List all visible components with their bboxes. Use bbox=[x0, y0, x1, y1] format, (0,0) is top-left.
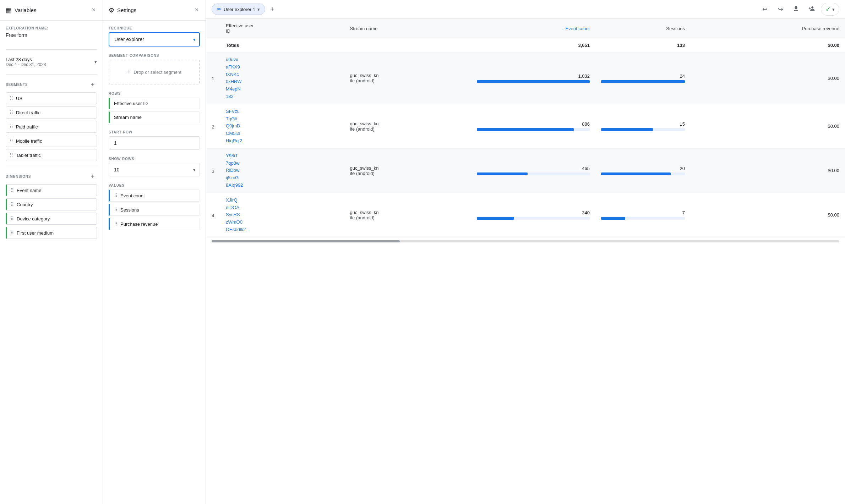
start-row-section: START ROW bbox=[109, 130, 200, 150]
start-row-input[interactable] bbox=[109, 136, 200, 150]
dimension-label: Country bbox=[17, 202, 33, 207]
stream-cell: guc_swiss_knife (android) bbox=[344, 104, 471, 148]
technique-section: TECHNIQUE User explorer ▾ bbox=[109, 26, 200, 46]
event-count-cell: 465 bbox=[471, 148, 595, 193]
user-id-value[interactable]: u0uvx aFKX9 fXNKc 0xHRW M4epN 182 bbox=[226, 56, 339, 100]
tab-bar: ✏ User explorer 1 ▾ + bbox=[212, 4, 278, 15]
dimension-country[interactable]: ⠿ Country bbox=[6, 198, 97, 210]
user-id-value[interactable]: SFVzu TqGli Q9jmD CM5l2i HiqRqi2 bbox=[226, 108, 339, 145]
sessions-value: 24 bbox=[680, 73, 685, 79]
value-chip-sessions[interactable]: ⠿ Sessions bbox=[109, 204, 200, 216]
variables-close-button[interactable]: × bbox=[90, 5, 97, 15]
date-range-label: Last 28 days bbox=[6, 57, 46, 62]
exploration-name-value[interactable]: Free form bbox=[6, 32, 97, 38]
value-chip-purchase-revenue[interactable]: ⠿ Purchase revenue bbox=[109, 218, 200, 230]
date-range-selector[interactable]: Last 28 days Dec 4 - Dec 31, 2023 ▾ bbox=[6, 55, 97, 69]
dimension-device-category[interactable]: ⠿ Device category bbox=[6, 213, 97, 225]
data-table-wrapper[interactable]: Effective userID Stream name ↓ Event cou… bbox=[206, 19, 845, 504]
value-label: Sessions bbox=[120, 207, 139, 213]
user-id-value[interactable]: Y98iT 7qp8w RlDbw ij5zcG 8AIq992 bbox=[226, 152, 339, 189]
drag-handle-icon: ⠿ bbox=[10, 138, 13, 144]
segment-label: Paid traffic bbox=[16, 124, 38, 130]
segments-section: SEGMENTS + ⠿ US ⠿ Direct traffic ⠿ Paid … bbox=[6, 80, 97, 161]
add-tab-button[interactable]: + bbox=[267, 4, 278, 15]
add-segment-button[interactable]: + bbox=[88, 80, 97, 89]
col-purchase-revenue[interactable]: Purchase revenue bbox=[691, 19, 845, 38]
col-sessions[interactable]: Sessions bbox=[595, 19, 691, 38]
show-rows-select[interactable]: 10 25 50 100 bbox=[109, 163, 200, 176]
download-icon bbox=[793, 5, 799, 13]
settings-close-button[interactable]: × bbox=[193, 5, 200, 15]
user-id-cell[interactable]: Y98iT 7qp8w RlDbw ij5zcG 8AIq992 bbox=[220, 148, 344, 193]
verified-button[interactable]: ✓ ▾ bbox=[821, 3, 839, 16]
segment-tablet-traffic[interactable]: ⠿ Tablet traffic bbox=[6, 149, 97, 161]
table-row: 1 u0uvx aFKX9 fXNKc 0xHRW M4epN 182 guc_… bbox=[206, 53, 845, 104]
settings-title-text: Settings bbox=[117, 7, 136, 13]
user-id-cell[interactable]: XJirQ eiDOA SycRS zWmO0 OEsbdlk2 bbox=[220, 193, 344, 237]
dimension-label: Device category bbox=[17, 216, 50, 221]
user-id-cell[interactable]: SFVzu TqGli Q9jmD CM5l2i HiqRqi2 bbox=[220, 104, 344, 148]
totals-sessions: 133 bbox=[595, 38, 691, 53]
technique-select-wrapper: User explorer ▾ bbox=[109, 32, 200, 46]
row-chip-effective-user-id[interactable]: Effective user ID bbox=[109, 98, 200, 109]
dimension-first-user-medium[interactable]: ⠿ First user medium bbox=[6, 227, 97, 239]
totals-label: Totals bbox=[220, 38, 471, 53]
drag-handle-icon: ⠿ bbox=[114, 207, 118, 213]
values-section: VALUES ⠿ Event count ⠿ Sessions ⠿ Purcha… bbox=[109, 183, 200, 230]
row-index: 2 bbox=[206, 104, 220, 148]
user-id-cell[interactable]: u0uvx aFKX9 fXNKc 0xHRW M4epN 182 bbox=[220, 53, 344, 104]
add-user-button[interactable] bbox=[805, 3, 818, 16]
row-label: Effective user ID bbox=[114, 101, 148, 106]
segment-mobile-traffic[interactable]: ⠿ Mobile traffic bbox=[6, 135, 97, 147]
undo-button[interactable]: ↩ bbox=[758, 3, 771, 16]
tab-user-explorer-1[interactable]: ✏ User explorer 1 ▾ bbox=[212, 4, 265, 15]
table-row: 4 XJirQ eiDOA SycRS zWmO0 OEsbdlk2 guc_s… bbox=[206, 193, 845, 237]
add-user-icon bbox=[808, 5, 815, 13]
plus-icon: + bbox=[270, 5, 274, 13]
chevron-down-icon: ▾ bbox=[832, 7, 835, 12]
value-chip-event-count[interactable]: ⠿ Event count bbox=[109, 190, 200, 202]
drag-handle-icon: ⠿ bbox=[10, 216, 14, 221]
scrollbar-thumb bbox=[212, 240, 400, 242]
add-dimension-button[interactable]: + bbox=[88, 172, 97, 181]
segment-drop-zone[interactable]: + Drop or select segment bbox=[109, 60, 200, 84]
dimensions-label: DIMENSIONS bbox=[6, 175, 31, 179]
value-label: Event count bbox=[120, 193, 145, 198]
event-count-cell: 1,032 bbox=[471, 53, 595, 104]
col-user-id[interactable]: Effective userID bbox=[220, 19, 344, 38]
col-event-count[interactable]: ↓ Event count bbox=[471, 19, 595, 38]
drag-handle-icon: ⠿ bbox=[10, 230, 14, 236]
row-chip-stream-name[interactable]: Stream name bbox=[109, 111, 200, 123]
revenue-cell: $0.00 bbox=[691, 193, 845, 237]
segment-direct-traffic[interactable]: ⠿ Direct traffic bbox=[6, 106, 97, 119]
technique-select[interactable]: User explorer bbox=[109, 32, 200, 46]
chevron-down-icon: ▾ bbox=[94, 59, 97, 65]
horizontal-scrollbar[interactable] bbox=[212, 240, 839, 242]
download-button[interactable] bbox=[790, 3, 802, 16]
revenue-cell: $0.00 bbox=[691, 104, 845, 148]
pencil-edit-icon: ✏ bbox=[217, 6, 222, 12]
variables-title-text: Variables bbox=[15, 7, 36, 13]
stream-cell: guc_swiss_knife (android) bbox=[344, 148, 471, 193]
date-selector-text: Last 28 days Dec 4 - Dec 31, 2023 bbox=[6, 57, 46, 67]
segment-paid-traffic[interactable]: ⠿ Paid traffic bbox=[6, 121, 97, 133]
exploration-name-section: EXPLORATION NAME: Free form bbox=[6, 26, 97, 50]
row-label: Stream name bbox=[114, 115, 142, 120]
technique-label: TECHNIQUE bbox=[109, 26, 200, 30]
dimension-event-name[interactable]: ⠿ Event name bbox=[6, 184, 97, 196]
value-label: Purchase revenue bbox=[120, 221, 158, 227]
segment-us[interactable]: ⠿ US bbox=[6, 92, 97, 104]
data-table: Effective userID Stream name ↓ Event cou… bbox=[206, 19, 845, 237]
drag-handle-icon: ⠿ bbox=[10, 187, 14, 193]
tab-label: User explorer 1 bbox=[224, 7, 255, 12]
user-id-value[interactable]: XJirQ eiDOA SycRS zWmO0 OEsbdlk2 bbox=[226, 197, 339, 234]
data-panel-header: ✏ User explorer 1 ▾ + ↩ ↪ bbox=[206, 0, 845, 19]
toolbar-actions: ↩ ↪ ✓ ▾ bbox=[758, 3, 839, 16]
settings-title: ⚙ Settings bbox=[109, 6, 136, 14]
table-row: 2 SFVzu TqGli Q9jmD CM5l2i HiqRqi2 guc_s… bbox=[206, 104, 845, 148]
totals-revenue: $0.00 bbox=[691, 38, 845, 53]
rows-label: ROWS bbox=[109, 92, 200, 95]
redo-button[interactable]: ↪ bbox=[774, 3, 787, 16]
variables-panel-content: EXPLORATION NAME: Free form Last 28 days… bbox=[0, 21, 103, 504]
col-stream[interactable]: Stream name bbox=[344, 19, 471, 38]
